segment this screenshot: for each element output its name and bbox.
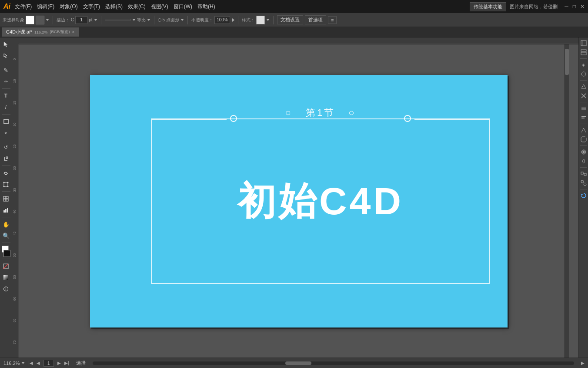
menu-file[interactable]: 文件(F) (15, 3, 32, 10)
svg-text:60: 60 (13, 297, 17, 300)
menu-edit[interactable]: 编辑(E) (37, 3, 54, 10)
tab-close-button[interactable]: × (72, 30, 74, 34)
svg-text:70: 70 (13, 340, 17, 344)
tool-separator-1 (2, 63, 10, 63)
menu-help[interactable]: 帮助(H) (197, 3, 215, 10)
menu-text[interactable]: 文字(T) (83, 3, 100, 10)
artboard[interactable]: ○ 第1节 ○ 初始C4D (90, 75, 508, 327)
rp-btn-6[interactable] (580, 92, 588, 100)
menu-effect[interactable]: 效果(C) (128, 3, 146, 10)
menu-view[interactable]: 视图(V) (151, 3, 168, 10)
nav-prev[interactable]: ◀ (37, 361, 40, 365)
left-toolbar: ✎ ✏ T / ≈ ↺ ✋ 🔍 (0, 37, 12, 358)
opacity-more-icon[interactable] (232, 18, 234, 22)
more-options-button[interactable]: ≡ (328, 16, 337, 24)
stroke-style-dropdown-icon[interactable] (132, 19, 136, 21)
rp-btn-4[interactable] (580, 70, 588, 78)
menu-bar[interactable]: 文件(F) 编辑(E) 对象(O) 文字(T) 选择(S) 效果(C) 视图(V… (15, 3, 215, 10)
style-swatch[interactable] (256, 16, 265, 24)
column-graph-tool[interactable] (1, 205, 11, 215)
h-scroll-right[interactable]: ▶ (581, 361, 585, 365)
stroke-unit-label: pt (89, 17, 92, 22)
rp-btn-sync[interactable] (580, 192, 588, 199)
menu-window[interactable]: 窗口(W) (174, 3, 192, 10)
preferences-button[interactable]: 首选项 (305, 15, 326, 24)
style-dropdown-icon[interactable] (266, 19, 270, 21)
svg-rect-10 (6, 199, 8, 201)
rp-btn-8[interactable] (580, 114, 588, 122)
opacity-value-input[interactable] (214, 16, 230, 24)
section-text: 第1节 (306, 107, 335, 118)
rp-btn-1[interactable] (580, 39, 588, 47)
rp-separator-5 (580, 145, 587, 146)
rp-btn-10[interactable] (580, 135, 588, 143)
ruler-left: 5 10 15 20 25 30 35 40 45 50 55 60 65 70 (12, 44, 19, 358)
vertical-scrollbar[interactable] (565, 44, 569, 358)
stroke-color-box[interactable] (3, 250, 10, 257)
zoom-dropdown-icon[interactable] (21, 362, 25, 364)
scrollbar-thumb[interactable] (565, 49, 569, 75)
fill-swatch[interactable] (26, 16, 34, 24)
style-group: 样式： (242, 16, 270, 24)
rp-btn-2[interactable] (580, 48, 588, 56)
free-transform-tool[interactable] (1, 179, 11, 189)
doc-settings-button[interactable]: 文档设置 (277, 15, 303, 24)
active-tab[interactable]: C4D小课.ai* 116.2% (RGB/预览) × (2, 27, 79, 37)
horizontal-scrollbar[interactable] (93, 361, 574, 365)
paintbrush-tool[interactable]: ≈ (1, 128, 11, 138)
no-selection-label: 未选择对象 (3, 17, 24, 23)
rp-separator-4 (580, 124, 587, 124)
window-controls[interactable]: ─ □ ✕ (565, 3, 585, 10)
symbol-tool[interactable] (1, 193, 11, 204)
direct-select-tool[interactable] (1, 51, 11, 61)
svg-point-56 (584, 183, 586, 186)
pen-tool[interactable]: ✎ (1, 65, 11, 75)
rp-btn-7[interactable] (580, 105, 588, 112)
rectangle-tool[interactable] (1, 116, 11, 127)
toolbar-separator-6 (273, 16, 274, 24)
dot-icon (158, 18, 161, 22)
select-tool[interactable] (1, 39, 11, 50)
warp-tool[interactable] (1, 168, 11, 178)
rp-separator-7 (580, 189, 587, 189)
zoom-tool[interactable]: 🔍 (1, 230, 11, 241)
nav-next[interactable]: ▶ (57, 361, 61, 365)
title-right: 传统基本功能 图片来自网络，若侵删 ─ □ ✕ (470, 2, 585, 11)
nav-next-next[interactable]: ▶| (64, 361, 69, 365)
rotate-tool[interactable]: ↺ (1, 142, 11, 152)
h-scrollbar-thumb[interactable] (285, 361, 311, 365)
page-number-input[interactable] (43, 360, 54, 367)
menu-select[interactable]: 选择(S) (105, 3, 123, 10)
gradient-swatch[interactable] (1, 272, 11, 283)
workspace-button[interactable]: 传统基本功能 (470, 2, 506, 11)
line-tool[interactable]: / (1, 102, 11, 112)
rp-btn-3[interactable]: ◈ (580, 61, 588, 69)
rp-btn-11[interactable] (580, 148, 588, 156)
type-tool[interactable]: T (1, 91, 11, 101)
stroke-unit-dropdown-icon[interactable] (94, 19, 97, 21)
minimize-button[interactable]: ─ (565, 3, 568, 10)
none-swatch[interactable] (1, 261, 11, 271)
rp-btn-9[interactable] (580, 126, 588, 134)
nav-prev-prev[interactable]: |◀ (28, 361, 33, 365)
maximize-button[interactable]: □ (573, 3, 576, 10)
appearance-tool[interactable] (1, 284, 11, 294)
main-area: ✎ ✏ T / ≈ ↺ ✋ 🔍 (0, 37, 588, 358)
line-style-arrow[interactable] (147, 19, 150, 21)
svg-point-3 (3, 182, 5, 183)
rp-btn-13[interactable] (580, 170, 588, 178)
stroke-swatch[interactable] (36, 16, 44, 24)
hand-tool[interactable]: ✋ (1, 219, 11, 230)
dots-dropdown-icon[interactable] (180, 19, 184, 21)
curvature-tool[interactable]: ✏ (1, 76, 11, 87)
rp-btn-5[interactable] (580, 83, 588, 91)
stroke-value-input[interactable] (75, 16, 87, 24)
close-button[interactable]: ✕ (580, 3, 585, 10)
line-style-label: 等比 (137, 17, 146, 23)
rp-btn-14[interactable] (580, 179, 588, 187)
rp-btn-12[interactable] (580, 157, 588, 165)
scale-tool[interactable] (1, 153, 11, 164)
swatch-dropdown-icon[interactable] (46, 19, 49, 21)
canvas-content: ○ 第1节 ○ 初始C4D (19, 44, 578, 358)
menu-object[interactable]: 对象(O) (60, 3, 77, 10)
